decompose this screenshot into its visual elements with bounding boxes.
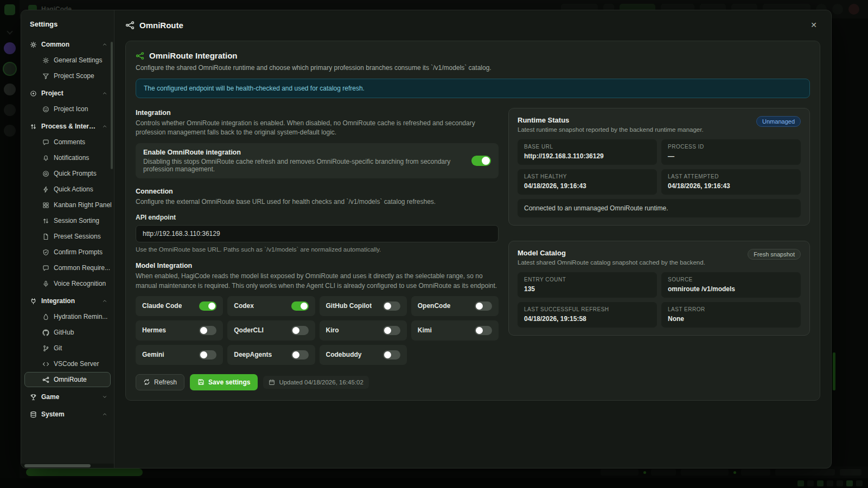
sidebar-item-github[interactable]: GitHub [24, 325, 111, 340]
model-row-deepagents: DeepAgents [227, 345, 315, 365]
field-label: PROCESS ID [668, 144, 794, 150]
toggle-knob [292, 351, 299, 358]
model-toggle-kimi[interactable] [475, 326, 492, 335]
sidebar-item-label: Common Require... [54, 264, 110, 272]
sidebar-group-system[interactable]: System [21, 407, 114, 422]
sidebar-group-process-interaction[interactable]: Process & Interaction [21, 119, 114, 134]
save-icon [197, 378, 205, 386]
sidebar-item-omniroute[interactable]: OmniRoute [24, 372, 111, 387]
toggle-knob [482, 157, 490, 165]
comment-icon [42, 265, 49, 272]
sidebar-group-game[interactable]: Game [21, 389, 114, 404]
sidebar-item-label: Quick Prompts [54, 170, 97, 177]
model-toggle-kiro[interactable] [383, 326, 400, 335]
api-endpoint-label: API endpoint [136, 214, 499, 221]
sidebar-item-confirm-prompts[interactable]: Confirm Prompts [24, 245, 111, 260]
sidebar-vertical-scrollbar[interactable] [111, 42, 113, 169]
model-toggle-codex[interactable] [291, 301, 309, 311]
save-settings-button[interactable]: Save settings [190, 374, 258, 390]
toggle-knob [476, 303, 483, 310]
sidebar-item-git[interactable]: Git [24, 341, 111, 356]
sidebar-item-label: VSCode Server [54, 360, 99, 368]
arrows-up-down-icon [42, 217, 49, 224]
model-label: Hermes [142, 326, 166, 334]
enable-omniroute-row: Enable OmniRoute integration Disabling t… [136, 143, 499, 178]
field-last-attempted: LAST ATTEMPTED04/18/2026, 19:16:43 [661, 169, 801, 195]
model-catalog-titles: Model Catalog Latest shared OmniRoute ca… [518, 249, 705, 266]
sidebar-item-quick-actions[interactable]: Quick Actions [24, 182, 111, 197]
model-toggle-hermes[interactable] [199, 326, 216, 335]
updated-text: Updated 04/18/2026, 16:45:02 [279, 379, 363, 386]
chevron-down-icon [102, 394, 107, 400]
sidebar-item-label: Kanban Right Panel [54, 201, 112, 209]
group-label: Project [41, 89, 63, 97]
sidebar-item-vscode-server[interactable]: VSCode Server [24, 356, 111, 371]
gear-icon [30, 41, 37, 48]
sidebar-item-hydration-remin[interactable]: Hydration Remin... [24, 309, 111, 324]
model-toggle-deepagents[interactable] [291, 350, 309, 359]
section-title: Model Integration [136, 262, 499, 269]
model-label: QoderCLI [234, 326, 264, 334]
sidebar-group-integration[interactable]: Integration [21, 293, 114, 309]
group-label: Game [41, 393, 59, 401]
field-label: LAST ATTEMPTED [668, 174, 794, 179]
chevron-up-icon [102, 412, 107, 417]
model-toggle-github-copilot[interactable] [383, 301, 400, 311]
sidebar-item-kanban-right-panel[interactable]: Kanban Right Panel [24, 197, 111, 213]
smiley-icon [42, 106, 49, 113]
group-label: Process & Interaction [41, 123, 98, 130]
refresh-button[interactable]: Refresh [136, 374, 184, 390]
sidebar-item-project-icon[interactable]: Project Icon [24, 101, 111, 117]
card-heading: OmniRoute Integration [136, 51, 810, 60]
sidebar-item-label: Project Icon [54, 105, 88, 113]
sidebar-item-preset-sessions[interactable]: Preset Sessions [24, 229, 111, 244]
sidebar-item-project-scope[interactable]: Project Scope [24, 68, 111, 84]
sidebar-group-common[interactable]: Common [21, 37, 114, 52]
field-value: — [668, 152, 794, 160]
sidebar-item-session-sorting[interactable]: Session Sorting [24, 213, 111, 228]
chevron-up-icon [102, 298, 107, 304]
sidebar-group-project[interactable]: Project [21, 86, 114, 101]
model-row-hermes: Hermes [136, 320, 223, 341]
sidebar-item-label: Notifications [54, 154, 89, 162]
circle-dot-icon [30, 90, 37, 97]
field-label: LAST SUCCESSFUL REFRESH [524, 306, 650, 312]
sidebar-item-label: GitHub [54, 329, 74, 336]
modal-body: OmniRoute Integration Configure the shar… [114, 37, 831, 468]
toggle-knob [384, 351, 391, 358]
model-row-claude-code: Claude Code [136, 296, 223, 316]
sidebar-item-notifications[interactable]: Notifications [24, 150, 111, 165]
model-toggle-claude-code[interactable] [199, 301, 216, 311]
card-footer: Refresh Save settings Updated 04/18/2026… [136, 374, 499, 390]
sidebar-item-comments[interactable]: Comments [24, 134, 111, 150]
git-branch-icon [42, 345, 49, 352]
model-row-qodercli: QoderCLI [227, 320, 315, 341]
runtime-status-card: Runtime Status Latest runtime snapshot r… [508, 108, 810, 226]
sidebar-item-voice-recognition[interactable]: Voice Recognition [24, 276, 111, 291]
model-toggle-gemini[interactable] [199, 350, 216, 359]
model-row-github-copilot: GitHub Copilot [320, 296, 407, 316]
api-endpoint-help: Use the OmniRoute base URL. Paths such a… [136, 246, 499, 253]
field-label: LAST ERROR [668, 306, 794, 312]
shield-check-icon [42, 249, 49, 256]
close-button[interactable]: ✕ [807, 19, 820, 31]
runtime-status-titles: Runtime Status Latest runtime snapshot r… [518, 116, 704, 133]
model-toggle-qodercli[interactable] [291, 326, 309, 335]
refresh-icon [143, 378, 150, 386]
sidebar-horizontal-scrollbar[interactable] [24, 464, 91, 467]
refresh-label: Refresh [154, 378, 177, 386]
settings-sidebar: Settings CommonGeneral SettingsProject S… [21, 10, 114, 468]
sidebar-item-general-settings[interactable]: General Settings [24, 53, 111, 68]
model-toggle-codebuddy[interactable] [383, 350, 400, 359]
api-endpoint-input[interactable] [136, 225, 499, 242]
field-last-error: LAST ERRORNone [661, 302, 801, 328]
section-description: When enabled, HagiCode reads the model l… [136, 272, 499, 291]
card-columns: Integration Controls whether OmniRoute i… [136, 108, 810, 390]
model-toggle-opencode[interactable] [475, 301, 492, 311]
enable-omniroute-toggle[interactable] [471, 156, 491, 166]
toggle-knob [301, 303, 308, 310]
omniroute-icon [136, 52, 144, 60]
sidebar-item-quick-prompts[interactable]: Quick Prompts [24, 166, 111, 181]
model-catalog-fields: ENTRY COUNT135SOURCEomniroute /v1/models… [518, 272, 801, 328]
sidebar-item-common-require[interactable]: Common Require... [24, 260, 111, 275]
